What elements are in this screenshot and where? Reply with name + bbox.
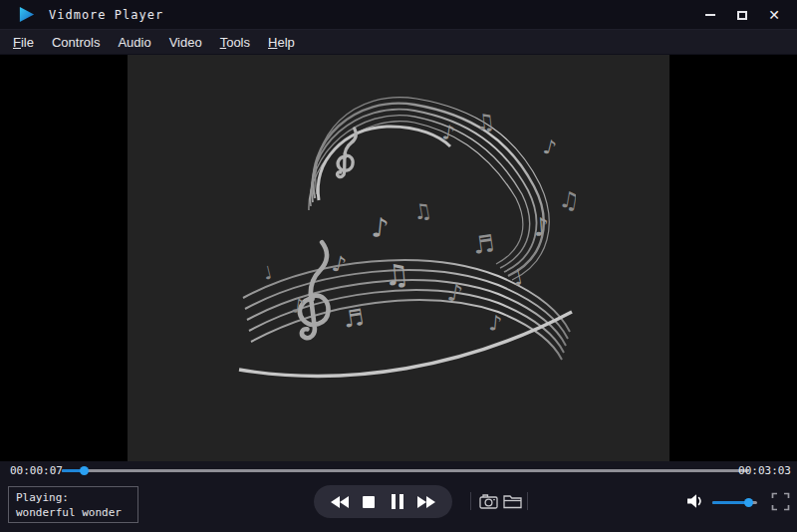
stop-icon[interactable] xyxy=(358,492,380,512)
window-controls: ✕ xyxy=(699,0,785,30)
fast-forward-icon[interactable] xyxy=(415,492,437,512)
svg-text:♫: ♫ xyxy=(383,257,411,293)
svg-text:♪: ♪ xyxy=(440,120,456,145)
open-folder-icon[interactable] xyxy=(502,491,522,511)
volume-thumb[interactable] xyxy=(744,498,753,507)
title-bar: Vidmore Player ✕ xyxy=(0,0,797,30)
volume-icon[interactable] xyxy=(685,491,705,511)
window-title: Vidmore Player xyxy=(49,8,163,22)
menu-controls[interactable]: Controls xyxy=(47,35,105,50)
svg-text:♬: ♬ xyxy=(342,304,366,333)
svg-text:♪: ♪ xyxy=(488,311,503,336)
volume-slider[interactable] xyxy=(712,501,757,504)
vidmore-player-window: Vidmore Player ✕ File Controls Audio Vid… xyxy=(0,0,797,532)
svg-text:♪: ♪ xyxy=(290,293,306,318)
music-artwork: ♪ ♫ ♪ ♫ ♪ ♫ ♪ ♬ ♪ ♫ ♪ ♩ ♪ ♬ ♪ ♩ xyxy=(237,81,576,380)
menu-audio[interactable]: Audio xyxy=(113,35,155,50)
menu-help[interactable]: Help xyxy=(263,35,300,50)
rewind-icon[interactable] xyxy=(329,492,351,512)
control-bar: Playing: wonderful wonder xyxy=(0,479,797,532)
svg-text:♫: ♫ xyxy=(474,109,496,135)
svg-text:♬: ♬ xyxy=(471,229,496,260)
menu-tools[interactable]: Tools xyxy=(215,35,255,50)
menu-bar: File Controls Audio Video Tools Help xyxy=(0,30,797,55)
pause-icon[interactable] xyxy=(387,492,408,512)
transport-controls xyxy=(314,485,452,518)
video-surface[interactable]: ♪ ♫ ♪ ♫ ♪ ♫ ♪ ♬ ♪ ♫ ♪ ♩ ♪ ♬ ♪ ♩ xyxy=(128,55,669,461)
video-stage: ♪ ♫ ♪ ♫ ♪ ♫ ♪ ♬ ♪ ♫ ♪ ♩ ♪ ♬ ♪ ♩ xyxy=(0,55,797,461)
divider-right xyxy=(527,492,528,510)
menu-file[interactable]: File xyxy=(8,35,39,50)
svg-text:♪: ♪ xyxy=(330,250,349,277)
fullscreen-icon[interactable] xyxy=(770,491,790,511)
svg-text:♫: ♫ xyxy=(411,198,434,225)
seek-thumb[interactable] xyxy=(80,466,89,475)
seek-bar[interactable] xyxy=(62,469,749,472)
snapshot-camera-icon[interactable] xyxy=(478,491,498,511)
svg-text:♩: ♩ xyxy=(261,261,274,283)
divider-left xyxy=(470,492,471,510)
svg-text:♪: ♪ xyxy=(532,212,550,242)
volume-slider-fill xyxy=(712,501,748,504)
now-playing-label: Playing: xyxy=(16,490,131,505)
svg-text:♫: ♫ xyxy=(557,185,576,214)
progress-row: 00:00:07 00:03:03 xyxy=(0,461,797,479)
now-playing-box: Playing: wonderful wonder xyxy=(8,486,138,523)
elapsed-time: 00:00:07 xyxy=(10,464,63,477)
menu-video[interactable]: Video xyxy=(164,35,207,50)
now-playing-track: wonderful wonder xyxy=(16,505,131,520)
seek-bar-fill xyxy=(62,469,84,472)
close-icon[interactable]: ✕ xyxy=(763,4,785,26)
minimize-icon[interactable] xyxy=(699,4,721,26)
svg-text:♪: ♪ xyxy=(370,211,390,244)
total-duration: 00:03:03 xyxy=(738,464,791,477)
maximize-icon[interactable] xyxy=(731,4,753,26)
app-logo-play-icon xyxy=(18,6,35,23)
svg-text:♪: ♪ xyxy=(541,134,559,160)
